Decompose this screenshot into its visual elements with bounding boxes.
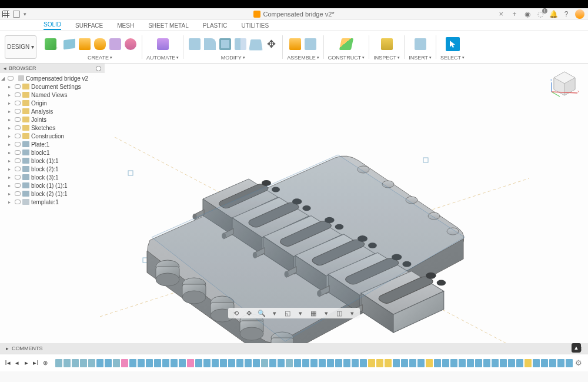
new-tab-button[interactable]: + xyxy=(510,10,519,18)
tree-row[interactable]: ▸ block (1):1 xyxy=(0,157,105,165)
comments-expand-icon[interactable]: ▸ xyxy=(6,346,9,351)
timeline-feature[interactable] xyxy=(401,359,408,367)
timeline-feature[interactable] xyxy=(417,359,425,367)
tree-row[interactable]: ▸ block (1) (1):1 xyxy=(0,181,105,190)
timeline-feature[interactable] xyxy=(64,359,71,367)
visibility-icon[interactable] xyxy=(8,76,14,81)
timeline-feature[interactable] xyxy=(129,359,136,367)
timeline-feature[interactable] xyxy=(566,359,573,367)
tree-toggle-icon[interactable]: ▸ xyxy=(8,200,13,205)
timeline-start-icon[interactable]: I◂ xyxy=(4,359,12,367)
tree-toggle-icon[interactable]: ▸ xyxy=(8,84,13,89)
visibility-icon[interactable] xyxy=(15,183,21,188)
timeline-feature[interactable] xyxy=(162,359,169,367)
automate-label[interactable]: AUTOMATE xyxy=(146,55,175,61)
timeline-features[interactable] xyxy=(55,359,574,367)
viewport-layout-icon[interactable]: ▾ xyxy=(321,308,332,318)
grid-icon[interactable]: ▦ xyxy=(308,308,319,318)
timeline-feature[interactable] xyxy=(187,359,194,367)
visibility-icon[interactable] xyxy=(15,191,21,196)
timeline-feature[interactable] xyxy=(450,359,457,367)
timeline-feature[interactable] xyxy=(310,359,318,367)
timeline-feature[interactable] xyxy=(55,359,62,367)
inspect-label[interactable]: INSPECT xyxy=(373,55,396,61)
timeline-feature[interactable] xyxy=(138,359,145,367)
timeline-feature[interactable] xyxy=(492,359,499,367)
visibility-icon[interactable] xyxy=(15,125,21,130)
visibility-icon[interactable] xyxy=(15,134,21,138)
timeline-feature[interactable] xyxy=(253,359,260,367)
timeline-feature[interactable] xyxy=(319,359,326,367)
timeline-feature[interactable] xyxy=(376,359,383,367)
visibility-icon[interactable] xyxy=(15,175,21,180)
timeline-feature[interactable] xyxy=(302,359,309,367)
joint-icon[interactable] xyxy=(288,37,302,51)
tree-toggle-icon[interactable]: ▸ xyxy=(8,142,13,147)
snapshot-icon[interactable]: ▲ xyxy=(572,343,581,353)
ribbon-tab-utilities[interactable]: UTILITIES xyxy=(241,22,269,30)
timeline-feature[interactable] xyxy=(154,359,161,367)
display-settings-icon[interactable]: ▾ xyxy=(295,308,306,318)
app-grid-icon[interactable] xyxy=(2,11,9,18)
timeline-feature[interactable] xyxy=(179,359,186,367)
tree-row[interactable]: ▸ Plate:1 xyxy=(0,140,105,148)
timeline-feature[interactable] xyxy=(434,359,441,367)
viewport-split-icon[interactable]: ◫ xyxy=(334,308,345,318)
timeline-back-icon[interactable]: ◂ xyxy=(13,359,21,367)
timeline-feature[interactable] xyxy=(195,359,202,367)
new-sketch-icon[interactable]: + xyxy=(44,37,58,51)
ribbon-tab-surface[interactable]: SURFACE xyxy=(75,22,103,30)
timeline-feature[interactable] xyxy=(327,359,334,367)
tree-row[interactable]: ▸ block:1 xyxy=(0,148,105,157)
tree-row[interactable]: ▸ Analysis xyxy=(0,107,105,115)
timeline-feature[interactable] xyxy=(220,359,227,367)
revolve-icon[interactable] xyxy=(93,37,107,51)
timeline-feature[interactable] xyxy=(113,359,120,367)
timeline-feature[interactable] xyxy=(393,359,400,367)
timeline-feature[interactable] xyxy=(236,359,243,367)
tree-toggle-icon[interactable]: ▸ xyxy=(8,109,13,114)
automate-icon[interactable] xyxy=(156,37,170,51)
select-tool-icon[interactable] xyxy=(446,37,460,51)
ribbon-tab-mesh[interactable]: MESH xyxy=(117,22,134,30)
tree-toggle-icon[interactable]: ◢ xyxy=(1,76,6,81)
visibility-icon[interactable] xyxy=(15,200,21,204)
extensions-icon[interactable]: ◉ xyxy=(523,10,532,18)
tree-row[interactable]: ▸ Origin xyxy=(0,99,105,107)
browser-pin-icon[interactable] xyxy=(96,66,101,71)
timeline-feature[interactable] xyxy=(212,359,219,367)
timeline-feature[interactable] xyxy=(483,359,490,367)
fillet-icon[interactable] xyxy=(203,37,217,51)
as-built-joint-icon[interactable] xyxy=(303,37,318,51)
workspace-switcher[interactable]: DESIGN ▾ xyxy=(5,35,36,59)
timeline-feature[interactable] xyxy=(335,359,342,367)
tree-row[interactable]: ▸ Construction xyxy=(0,132,105,140)
plane-icon[interactable] xyxy=(339,37,353,51)
ribbon-tab-plastic[interactable]: PLASTIC xyxy=(203,22,228,30)
tree-row[interactable]: ▸ block (2):1 xyxy=(0,165,105,173)
tree-toggle-icon[interactable]: ▸ xyxy=(8,134,13,139)
tree-toggle-icon[interactable]: ▸ xyxy=(8,92,13,98)
timeline-feature[interactable] xyxy=(533,359,540,367)
tree-toggle-icon[interactable]: ▸ xyxy=(8,125,13,131)
combine-icon[interactable] xyxy=(233,37,248,51)
timeline-feature[interactable] xyxy=(368,359,375,367)
ribbon-tab-sheet-metal[interactable]: SHEET METAL xyxy=(148,22,189,30)
create-label[interactable]: CREATE xyxy=(88,55,109,61)
browser-header[interactable]: ◂BROWSER xyxy=(0,64,105,73)
timeline-feature[interactable] xyxy=(360,359,367,367)
timeline-feature[interactable] xyxy=(278,359,285,367)
tree-row[interactable]: ▸ template:1 xyxy=(0,198,105,206)
timeline-feature[interactable] xyxy=(549,359,556,367)
fit-icon[interactable]: ▾ xyxy=(269,308,280,318)
timeline-feature[interactable] xyxy=(541,359,548,367)
tree-row[interactable]: ▸ Joints xyxy=(0,115,105,124)
look-at-icon[interactable]: ◱ xyxy=(282,308,293,318)
tree-row[interactable]: ▸ Sketches xyxy=(0,124,105,132)
timeline-feature[interactable] xyxy=(294,359,301,367)
tree-toggle-icon[interactable]: ▸ xyxy=(8,183,13,188)
save-dropdown-icon[interactable]: ▾ xyxy=(24,11,26,17)
measure-icon[interactable] xyxy=(380,37,394,51)
visibility-icon[interactable] xyxy=(15,167,21,171)
notification-icon[interactable]: 🔔 xyxy=(549,10,557,18)
